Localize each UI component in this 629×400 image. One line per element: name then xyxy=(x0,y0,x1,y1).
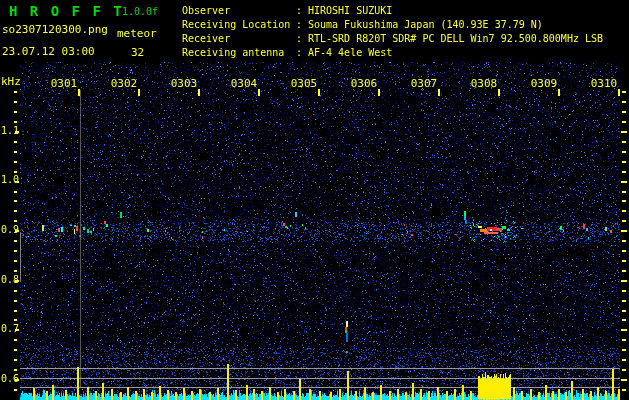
info-row-value: HIROSHI SUZUKI xyxy=(308,4,392,18)
spectrogram-canvas xyxy=(0,0,629,400)
time-axis-label: 0309 xyxy=(531,77,558,90)
time-axis-label: 0301 xyxy=(51,77,78,90)
hrofft-screen: H R O F F T 1.0.0f so2307120300.png mete… xyxy=(0,0,629,400)
receiver-info-block: Observer:HIROSHI SUZUKIReceiving Locatio… xyxy=(182,4,603,60)
meteor-count-value: 32 xyxy=(131,46,144,59)
time-axis-label: 0302 xyxy=(111,77,138,90)
info-row-label: Observer xyxy=(182,4,296,18)
info-row-value: RTL-SRD R820T SDR# PC DELL Win7 92.500.8… xyxy=(308,32,603,46)
info-row-separator: : xyxy=(296,46,308,60)
freq-axis-label: 1.1 xyxy=(0,125,19,136)
info-row-label: Receiving Location xyxy=(182,18,296,32)
info-row-separator: : xyxy=(296,32,308,46)
observation-datetime: 23.07.12 03:00 xyxy=(2,45,95,58)
freq-axis-label: 0.7 xyxy=(0,323,19,334)
output-filename: so2307120300.png xyxy=(2,23,108,36)
info-row-value: AF-4 4ele West xyxy=(308,46,392,60)
meteor-count-label: meteor xyxy=(117,27,157,40)
time-axis-label: 0310 xyxy=(591,77,618,90)
info-row: Receiving Location:Souma Fukushima Japan… xyxy=(182,18,603,32)
time-axis-label: 0305 xyxy=(291,77,318,90)
info-row: Observer:HIROSHI SUZUKI xyxy=(182,4,603,18)
freq-axis-label: 0.9 xyxy=(0,224,19,235)
freq-axis-label: 0.6 xyxy=(0,373,19,384)
info-row: Receiver:RTL-SRD R820T SDR# PC DELL Win7… xyxy=(182,32,603,46)
info-row-separator: : xyxy=(296,18,308,32)
info-row: Receiving antenna:AF-4 4ele West xyxy=(182,46,603,60)
time-axis-label: 0306 xyxy=(351,77,378,90)
info-row-separator: : xyxy=(296,4,308,18)
freq-axis-unit-label: kHz xyxy=(1,75,21,88)
info-row-label: Receiving antenna xyxy=(182,46,296,60)
freq-axis-label: 1.0 xyxy=(0,174,19,185)
info-row-label: Receiver xyxy=(182,32,296,46)
time-axis-label: 0308 xyxy=(471,77,498,90)
app-title: H R O F F T xyxy=(9,3,124,19)
time-axis-label: 0303 xyxy=(171,77,198,90)
app-version: 1.0.0f xyxy=(122,6,158,17)
info-row-value: Souma Fukushima Japan (140.93E 37.79 N) xyxy=(308,18,543,32)
time-axis-label: 0304 xyxy=(231,77,258,90)
freq-axis-label: 0.8 xyxy=(0,274,19,285)
time-axis-label: 0307 xyxy=(411,77,438,90)
